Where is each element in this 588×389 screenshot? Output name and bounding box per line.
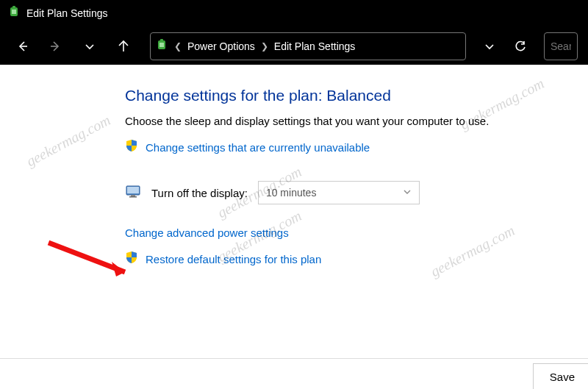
shield-icon <box>125 139 138 155</box>
page-subheading: Choose the sleep and display settings th… <box>125 115 559 127</box>
address-bar[interactable]: ❮ Power Options ❯ Edit Plan Settings <box>150 32 466 60</box>
search-input[interactable] <box>551 40 571 52</box>
plan-name: Balanced <box>326 87 391 104</box>
link-change-unavailable[interactable]: Change settings that are currently unava… <box>146 141 370 154</box>
svg-rect-9 <box>129 196 137 198</box>
history-dropdown[interactable] <box>476 33 503 60</box>
title-bar: Edit Plan Settings <box>0 0 588 26</box>
link-row-advanced: Change advanced power settings <box>125 226 559 239</box>
up-button[interactable] <box>109 33 138 60</box>
display-timeout-dropdown[interactable]: 10 minutes <box>258 181 420 204</box>
search-box[interactable] <box>544 32 578 60</box>
refresh-button[interactable] <box>507 33 534 60</box>
svg-rect-1 <box>12 6 15 8</box>
link-restore-defaults[interactable]: Restore default settings for this plan <box>146 253 321 265</box>
power-icon <box>155 38 168 54</box>
footer-bar: Save <box>0 358 588 389</box>
chevron-down-icon <box>403 187 412 199</box>
page-heading: Change settings for the plan: Balanced <box>125 87 559 104</box>
forward-button[interactable] <box>41 33 71 60</box>
annotation-arrow <box>43 237 138 288</box>
back-button[interactable] <box>7 33 37 60</box>
svg-rect-2 <box>12 10 16 14</box>
setting-label-display: Turn off the display: <box>151 187 248 199</box>
chevron-right-icon: ❮ <box>171 41 184 51</box>
link-row-restore: Restore default settings for this plan <box>125 251 559 267</box>
svg-rect-4 <box>160 39 163 41</box>
window-title: Edit Plan Settings <box>26 7 108 19</box>
svg-rect-5 <box>159 43 164 47</box>
power-icon <box>7 5 21 21</box>
link-row-unavailable: Change settings that are currently unava… <box>125 139 559 155</box>
save-button[interactable]: Save <box>533 363 588 390</box>
setting-row-display: Turn off the display: 10 minutes <box>125 181 559 204</box>
save-button-label: Save <box>550 371 575 383</box>
breadcrumb-segment[interactable]: Power Options <box>187 40 255 52</box>
link-advanced-settings[interactable]: Change advanced power settings <box>125 226 289 239</box>
chevron-right-icon: ❯ <box>258 41 271 51</box>
recent-dropdown[interactable] <box>75 33 104 60</box>
monitor-icon <box>125 183 141 202</box>
svg-rect-7 <box>127 187 139 193</box>
toolbar: ❮ Power Options ❯ Edit Plan Settings <box>0 26 588 65</box>
breadcrumb-segment[interactable]: Edit Plan Settings <box>274 40 356 52</box>
svg-rect-8 <box>131 195 135 196</box>
dropdown-value: 10 minutes <box>266 187 316 199</box>
heading-prefix: Change settings for the plan: <box>125 87 326 104</box>
